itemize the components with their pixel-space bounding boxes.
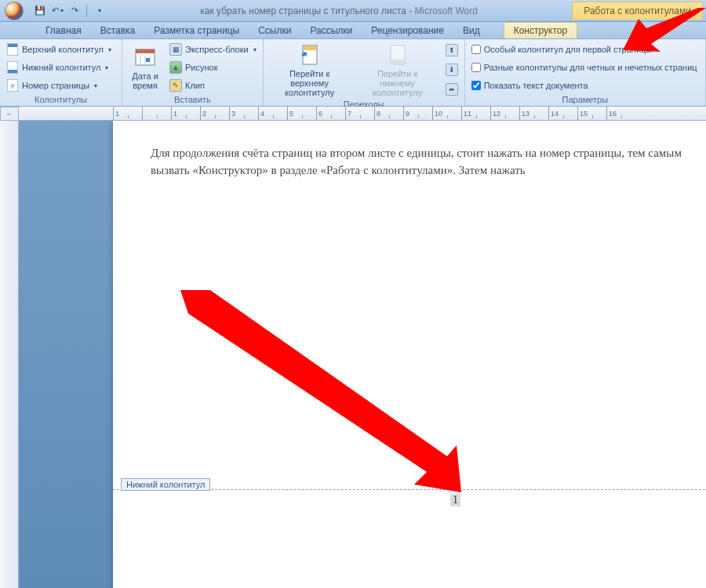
office-orb-icon: [5, 2, 24, 20]
quick-access-toolbar: 💾 ↶▾ ↷ ▾: [33, 4, 106, 18]
page-number-icon: #: [6, 79, 19, 92]
quick-parts-button[interactable]: ▦ Экспресс-блоки ▾: [166, 42, 260, 56]
group-label: Колонтитулы: [3, 94, 118, 106]
goto-footer-icon: [385, 42, 410, 67]
ruler-tick: 10: [432, 107, 461, 120]
document-body-text: Для продолжения счёта страниц на втором …: [113, 121, 706, 179]
show-text-label: Показать текст документа: [484, 81, 588, 90]
date-time-button[interactable]: Дата и время: [126, 41, 165, 94]
different-first-page-checkbox[interactable]: Особый колонтитул для первой страницы: [468, 44, 702, 55]
tab-view[interactable]: Вид: [453, 23, 489, 38]
header-button[interactable]: Верхний колонтитул ▾: [3, 42, 115, 56]
chevron-down-icon: ▾: [98, 7, 101, 14]
tab-mailings[interactable]: Рассылки: [300, 23, 362, 38]
date-time-icon: [133, 45, 158, 70]
vertical-ruler[interactable]: [0, 121, 19, 588]
goto-footer-button: Перейти к нижнему колонтитулу: [355, 41, 441, 99]
tab-review[interactable]: Рецензирование: [362, 23, 453, 38]
ruler-tick: 13: [519, 107, 548, 120]
page-number-field[interactable]: 1: [450, 494, 460, 506]
tab-layout[interactable]: Разметка страницы: [144, 23, 249, 38]
chevron-down-icon: ▾: [105, 64, 108, 71]
different-first-label: Особый колонтитул для первой страницы: [484, 45, 653, 54]
tab-home[interactable]: Главная: [36, 23, 91, 38]
quick-parts-label: Экспресс-блоки: [185, 45, 249, 54]
svg-rect-13: [304, 46, 316, 50]
ruler-tick: 9: [403, 107, 432, 120]
chevron-down-icon: ▾: [94, 82, 97, 89]
ruler-corner[interactable]: ⌐: [0, 107, 19, 121]
tab-insert[interactable]: Вставка: [91, 23, 145, 38]
window-title: как убрать номер страницы с титульного л…: [106, 5, 572, 16]
goto-header-button[interactable]: Перейти к верхнему колонтитулу: [267, 41, 353, 99]
checkbox-icon[interactable]: [471, 81, 481, 90]
ruler-tick: 3: [229, 107, 258, 120]
svg-rect-1: [8, 44, 17, 47]
clip-icon: ✎: [169, 79, 182, 92]
show-document-text-checkbox[interactable]: Показать текст документа: [468, 80, 702, 91]
tab-designer[interactable]: Конструктор: [504, 22, 577, 38]
ruler-tick: 1: [113, 107, 142, 120]
checkbox-icon[interactable]: [471, 63, 481, 72]
svg-rect-7: [136, 49, 155, 53]
ruler-tick: 4: [258, 107, 287, 120]
goto-header-icon: [297, 42, 322, 67]
horizontal-ruler[interactable]: 112345678910111213141516: [19, 107, 706, 121]
qat-customize[interactable]: ▾: [92, 4, 106, 18]
clip-button[interactable]: ✎ Клип: [166, 78, 260, 93]
ruler-tick: 6: [316, 107, 345, 120]
chevron-down-icon: ▾: [253, 46, 257, 53]
title-bar: 💾 ↶▾ ↷ ▾ как убрать номер страницы с тит…: [0, 0, 706, 22]
qat-separator: [86, 5, 87, 17]
link-previous-button[interactable]: ⬌: [442, 82, 461, 96]
footer-icon: [6, 61, 19, 74]
footer-button[interactable]: Нижний колонтитул ▾: [3, 60, 115, 74]
clip-label: Клип: [185, 81, 205, 90]
next-section-icon: ⬇: [446, 64, 458, 76]
ruler-tick: 1: [171, 107, 200, 120]
tab-references[interactable]: Ссылки: [249, 23, 300, 38]
header-icon: [6, 43, 19, 56]
different-odd-even-checkbox[interactable]: Разные колонтитулы для четных и нечетных…: [468, 62, 702, 73]
footer-label: Нижний колонтитул: [22, 63, 100, 72]
checkbox-icon[interactable]: [471, 45, 481, 54]
ruler-tick: 12: [490, 107, 519, 120]
group-headers-footers: Верхний колонтитул ▾ Нижний колонтитул ▾…: [0, 39, 122, 106]
group-options: Особый колонтитул для первой страницы Ра…: [465, 39, 706, 106]
svg-rect-15: [391, 60, 404, 64]
group-label: Параметры: [468, 94, 702, 106]
ruler-tick: 16: [606, 107, 635, 120]
undo-button[interactable]: ↶▾: [50, 4, 64, 18]
group-navigation: Перейти к верхнему колонтитулу Перейти к…: [264, 39, 465, 106]
group-label: Вставить: [126, 94, 260, 106]
document-page[interactable]: Для продолжения счёта страниц на втором …: [113, 121, 706, 588]
header-label: Верхний колонтитул: [22, 45, 104, 54]
svg-text:#: #: [10, 82, 14, 90]
ribbon-tabs: Главная Вставка Разметка страницы Ссылки…: [0, 22, 706, 39]
page-number-label: Номер страницы: [22, 81, 89, 90]
page-number-button[interactable]: # Номер страницы ▾: [3, 78, 115, 93]
picture-button[interactable]: ▲ Рисунок: [166, 60, 260, 74]
chevron-down-icon: ▾: [108, 46, 111, 53]
redo-button[interactable]: ↷: [67, 4, 82, 18]
date-time-label: Дата и время: [130, 71, 160, 90]
quick-parts-icon: ▦: [169, 43, 182, 56]
ruler-tick: [142, 107, 171, 120]
ruler-tick: 2: [200, 107, 229, 120]
nav-prev-button[interactable]: ⬆: [442, 43, 461, 57]
page-area[interactable]: Для продолжения счёта страниц на втором …: [19, 121, 706, 588]
save-icon: 💾: [35, 5, 45, 16]
svg-rect-3: [8, 70, 17, 73]
picture-label: Рисунок: [185, 63, 218, 72]
ruler-tick: 8: [374, 107, 403, 120]
group-insert: Дата и время ▦ Экспресс-блоки ▾ ▲ Рисуно…: [122, 39, 264, 106]
ruler-tick: 5: [287, 107, 316, 120]
save-button[interactable]: 💾: [33, 4, 47, 18]
office-button[interactable]: [0, 0, 28, 22]
nav-next-button[interactable]: ⬇: [442, 63, 461, 77]
footer-tag[interactable]: Нижний колонтитул: [121, 478, 210, 491]
ruler-tick: 14: [548, 107, 577, 120]
picture-icon: ▲: [169, 61, 182, 74]
undo-icon: ↶: [52, 5, 59, 16]
contextual-tab-title: Работа с колонтитулами: [572, 2, 703, 20]
